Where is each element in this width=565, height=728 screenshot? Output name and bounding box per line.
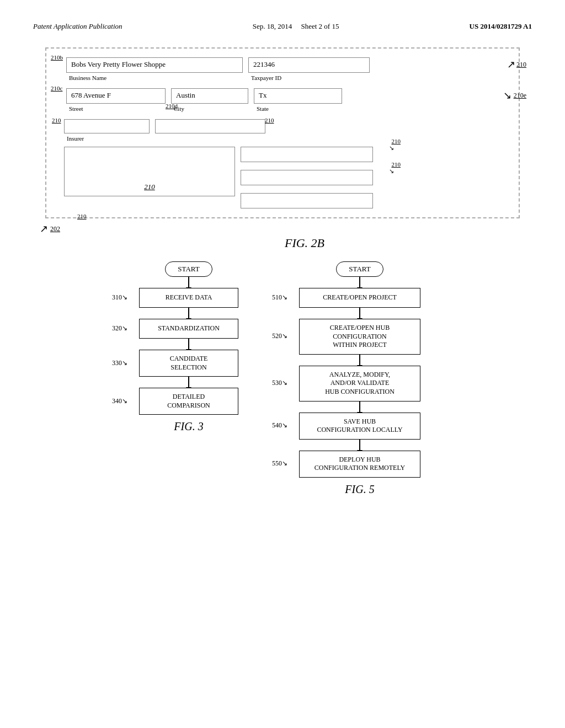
header-publication-type: Patent Application Publication [33, 22, 122, 31]
fig5-deploy-node: 550↘ DEPLOY HUBCONFIGURATION REMOTELY [299, 451, 420, 478]
fig5-arrow-0 [359, 277, 360, 288]
fig3-start-node: START [165, 261, 212, 277]
ref-530: 530↘ [272, 379, 287, 388]
large-ref-210: 210 [144, 183, 155, 191]
city-field: Austin City [171, 88, 248, 104]
ref-210-right-mid: 210 [392, 161, 401, 168]
fig5-create-hub-label: CREATE/OPEN HUBCONFIGURATIONWITHIN PROJE… [330, 324, 390, 350]
fig5-deploy-item: 550↘ DEPLOY HUBCONFIGURATION REMOTELY [282, 451, 437, 478]
fig5-analyze-item: 530↘ ANALYZE, MODIFY,AND/OR VALIDATEHUB … [282, 366, 437, 413]
fig5-deploy-label: DEPLOY HUBCONFIGURATION REMOTELY [315, 456, 405, 473]
fig5-create-project-item: 510↘ CREATE/OPEN PROJECT [282, 288, 437, 319]
ref-320: 320↘ [112, 324, 127, 333]
right-fields-stack: 210 ↘ 210 ↘ [241, 147, 373, 208]
ref-210e: ↘ 210e [503, 90, 526, 100]
ref-510: 510↘ [272, 293, 287, 302]
fig5-create-project-label: CREATE/OPEN PROJECT [323, 293, 397, 302]
fig5-arrow-3 [359, 402, 360, 413]
ref-210-insurer-left: 210 [52, 117, 61, 124]
fig2b-form: 210b Bobs Very Pretty Flower Shoppe Busi… [45, 47, 520, 218]
city-label: City [174, 105, 184, 112]
fig3-arrow-3 [188, 377, 189, 388]
fig5-start-label: START [349, 265, 370, 273]
fig3-candidate-node: 330↘ CANDIDATESELECTION [139, 350, 238, 377]
fig5-analyze-node: 530↘ ANALYZE, MODIFY,AND/OR VALIDATEHUB … [299, 366, 420, 402]
ref-210b: 210b [51, 54, 63, 61]
fig3-receive-node: 310↘ RECEIVE DATA [139, 288, 238, 308]
fig3-diagram: START 310↘ RECEIVE DATA 320↘ STANDARDIZA… [128, 261, 249, 433]
fig5-diagram: START 510↘ CREATE/OPEN PROJECT 520↘ CREA… [282, 261, 437, 496]
fig5-save-label: SAVE HUBCONFIGURATION LOCALLY [317, 417, 402, 435]
fig3-detailed-item: 340↘ DETAILEDCOMPARISON [128, 388, 249, 415]
fig3-candidate-item: 330↘ CANDIDATESELECTION [128, 350, 249, 388]
street-label: Street [69, 105, 83, 112]
fig5-arrow-2 [359, 355, 360, 366]
large-left-field: 210 [64, 147, 235, 196]
header-sheet: Sheet 2 of 15 [301, 22, 339, 30]
fig5-label: FIG. 5 [345, 483, 374, 496]
right-field-bottom [241, 193, 373, 208]
ref-520: 520↘ [272, 333, 287, 341]
fig3-start-item: START [128, 261, 249, 288]
fig5-arrow-4 [359, 440, 360, 451]
ref-210-large: 210 [77, 213, 87, 220]
insurer-label: Insurer [67, 135, 84, 142]
fig5-start-node: START [336, 261, 383, 277]
business-name-value: Bobs Very Pretty Flower Shoppe [71, 60, 238, 70]
state-label: State [257, 105, 269, 112]
fig3-arrow-1 [188, 308, 189, 319]
header-patent-number: US 2014/0281729 A1 [470, 22, 532, 31]
street-field: 678 Avenue F Street [66, 88, 166, 104]
fig3-detailed-label: DETAILEDCOMPARISON [167, 393, 210, 410]
ref-540: 540↘ [272, 421, 287, 430]
fig3-arrow-2 [188, 339, 189, 350]
ref-210c: 210c [51, 85, 62, 92]
fig5-arrow-1 [359, 308, 360, 319]
fig5-create-hub-node: 520↘ CREATE/OPEN HUBCONFIGURATIONWITHIN … [299, 319, 420, 355]
ref-330: 330↘ [112, 359, 127, 368]
fig3-standardization-item: 320↘ STANDARDIZATION [128, 319, 249, 350]
ref-210-right-top: 210 [392, 138, 401, 144]
business-name-field: Bobs Very Pretty Flower Shoppe Business … [66, 57, 243, 73]
fig3-standardization-node: 320↘ STANDARDIZATION [139, 319, 238, 339]
fig5-create-project-node: 510↘ CREATE/OPEN PROJECT [299, 288, 420, 308]
fig5-analyze-label: ANALYZE, MODIFY,AND/OR VALIDATEHUB CONFI… [325, 371, 395, 397]
arrow-210-right-mid: ↘ [389, 168, 394, 175]
fig3-receive-item: 310↘ RECEIVE DATA [128, 288, 249, 319]
fig3-standardization-label: STANDARDIZATION [158, 324, 220, 333]
right-field-mid [241, 170, 373, 185]
ref-202: ↗ 202 [40, 224, 525, 234]
business-name-label: Business Name [69, 74, 106, 81]
flowcharts-section: START 310↘ RECEIVE DATA 320↘ STANDARDIZA… [33, 261, 532, 496]
fig3-start-label: START [178, 265, 199, 273]
fig3-arrow-0 [188, 277, 189, 288]
page-header: Patent Application Publication Sep. 18, … [33, 22, 532, 31]
taxpayer-field: 221346 Taxpayer ID [248, 57, 370, 73]
street-value: 678 Avenue F [71, 91, 161, 101]
city-value: Austin [176, 91, 243, 101]
taxpayer-value: 221346 [253, 60, 365, 70]
arrow-210-right-top: ↘ [389, 144, 394, 152]
ref-210-taxpayer: ↗ 210 [507, 60, 526, 69]
header-date: Sep. 18, 2014 [253, 22, 292, 30]
page: Patent Application Publication Sep. 18, … [0, 0, 565, 728]
ref-310: 310↘ [112, 293, 127, 302]
ref-340: 340↘ [112, 397, 127, 406]
ref-550: 550↘ [272, 460, 287, 469]
state-field: Tx State [254, 88, 342, 104]
ref-210-insurer-right: 210 [265, 117, 274, 124]
header-date-sheet: Sep. 18, 2014 Sheet 2 of 15 [253, 22, 339, 31]
state-value: Tx [259, 91, 337, 101]
fig5-save-item: 540↘ SAVE HUBCONFIGURATION LOCALLY [282, 413, 437, 451]
fig3-label: FIG. 3 [174, 420, 203, 433]
fig2b-label: FIG. 2B [84, 236, 525, 250]
fig3-candidate-label: CANDIDATESELECTION [170, 355, 208, 372]
fig5-save-node: 540↘ SAVE HUBCONFIGURATION LOCALLY [299, 413, 420, 440]
fig5-create-hub-item: 520↘ CREATE/OPEN HUBCONFIGURATIONWITHIN … [282, 319, 437, 366]
fig3-receive-label: RECEIVE DATA [166, 293, 212, 302]
insurer-field-2 [155, 119, 265, 133]
right-field-top [241, 147, 373, 162]
taxpayer-label: Taxpayer ID [251, 74, 281, 81]
insurer-value-1 [69, 122, 145, 131]
insurer-field-1: Insurer [64, 119, 150, 133]
